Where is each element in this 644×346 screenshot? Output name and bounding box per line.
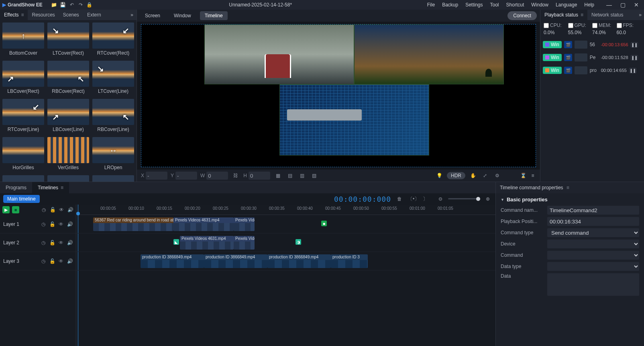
track-3[interactable]: production ID 3866849.mp4 production ID … xyxy=(76,252,495,270)
bracket-out-icon[interactable]: 〕 xyxy=(421,196,430,203)
link-icon[interactable]: ⛓ xyxy=(231,171,240,180)
zoom-in-icon[interactable]: ⊕ xyxy=(483,196,492,202)
fps-checkbox[interactable] xyxy=(617,23,622,28)
layer-row-3[interactable]: Layer 3 ◷🔓👁🔊 xyxy=(0,252,76,270)
eye-icon[interactable]: 👁 xyxy=(58,207,65,213)
tab-scenes[interactable]: Scenes xyxy=(59,10,83,20)
preview-canvas[interactable] xyxy=(141,24,536,167)
clip[interactable]: production ID 3866849.mp4 xyxy=(141,254,204,268)
playback-row[interactable]: Win 🎬 56 -00:00:13:656 ❚❚ xyxy=(543,39,642,50)
effect-item[interactable]: ↖RBCover(Line) xyxy=(92,99,134,132)
layer-row-2[interactable]: Layer 2 ◷🔓👁🔊 xyxy=(0,233,76,252)
tab-window[interactable]: Window xyxy=(169,11,196,20)
menu-backup[interactable]: Backup xyxy=(442,2,458,8)
bracket-in-icon[interactable]: 〔•〕 xyxy=(408,196,417,203)
clock-icon[interactable]: ◷ xyxy=(41,207,47,213)
effect-item[interactable]: HorGrilles xyxy=(2,137,44,170)
clip[interactable]: 56367 Red car riding around bend in road… xyxy=(93,217,173,231)
speaker-icon[interactable]: 🔊 xyxy=(67,240,73,246)
tab-programs[interactable]: Programs xyxy=(0,182,32,193)
pause-button[interactable]: ❚❚ xyxy=(631,42,638,47)
clip[interactable]: production ID 3866849.mp4 xyxy=(267,254,331,268)
effect-item[interactable]: ↖RBCover(Rect) xyxy=(47,61,89,94)
expand-icon[interactable]: ⤢ xyxy=(481,171,489,180)
lock-icon[interactable]: 🔓 xyxy=(49,207,56,213)
layer-row-1[interactable]: Layer 1 ◷🔓👁🔊 xyxy=(0,215,76,233)
pause-button[interactable]: ❚❚ xyxy=(629,68,636,73)
zoom-out-icon[interactable]: ⊖ xyxy=(436,196,445,202)
open-folder-icon[interactable]: 📁 xyxy=(50,0,59,9)
effect-item[interactable]: ↙RTCover(Line) xyxy=(2,99,44,132)
redo-icon[interactable]: ↷ xyxy=(76,0,85,9)
connect-button[interactable]: Connect xyxy=(507,11,537,20)
effect-item[interactable]: ⇣⇡TBClose xyxy=(92,175,134,182)
eye-icon[interactable]: 👁 xyxy=(58,258,64,264)
lock-icon[interactable]: 🔓 xyxy=(49,258,55,264)
options-icon[interactable]: ≡ xyxy=(567,185,569,190)
clip[interactable]: production ID 3866849.mp4 xyxy=(204,254,267,268)
menu-help[interactable]: Help xyxy=(584,2,594,8)
minimize-button[interactable]: — xyxy=(604,2,614,8)
gpu-checkbox[interactable] xyxy=(568,23,573,28)
effect-item[interactable]: ↔LROpen xyxy=(92,137,134,170)
align-2-icon[interactable]: ▤ xyxy=(285,171,294,180)
track-2[interactable]: ◣ Pexels Videos 4631.mp4 Pexels Vide ◑ xyxy=(76,233,495,252)
eye-icon[interactable]: 👁 xyxy=(58,240,64,246)
tab-timelines[interactable]: Timelines≡ xyxy=(32,182,69,193)
pause-button[interactable]: ❚❚ xyxy=(631,55,638,60)
gear-icon[interactable]: ⚙ xyxy=(493,171,501,180)
x-input[interactable] xyxy=(146,172,167,180)
track-1[interactable]: 56367 Red car riding around bend in road… xyxy=(76,215,495,233)
effect-item[interactable]: ↙RTCover(Rect) xyxy=(92,23,134,56)
timeline-tracks[interactable]: 00:00:0500:00:1000:00:1500:00:2000:00:25… xyxy=(76,205,495,346)
h-input[interactable] xyxy=(249,172,270,180)
playback-row[interactable]: Win 🎬 Pe -00:00:11:528 ❚❚ xyxy=(543,52,642,63)
menu-settings[interactable]: Settings xyxy=(465,2,483,8)
effect-item[interactable]: ↑BottomCover xyxy=(2,23,44,56)
tab-effects[interactable]: Effects≡ xyxy=(0,10,28,20)
effect-item[interactable]: VerGrilles xyxy=(47,137,89,170)
bulb-icon[interactable]: 💡 xyxy=(435,171,444,180)
command-name-input[interactable] xyxy=(547,206,639,215)
stop-button[interactable]: ■ xyxy=(12,206,19,213)
save-icon[interactable]: 💾 xyxy=(59,0,67,9)
align-4-icon[interactable]: ▧ xyxy=(310,171,318,180)
menu-tool[interactable]: Tool xyxy=(490,2,499,8)
speaker-icon[interactable]: 🔊 xyxy=(67,258,73,264)
playback-position-input[interactable] xyxy=(547,217,639,226)
close-button[interactable]: ✕ xyxy=(631,2,642,8)
zoom-slider[interactable]: ⊖ ⊕ xyxy=(436,196,492,202)
tab-extern[interactable]: Extern xyxy=(83,10,105,20)
effect-item[interactable]: ↘LTCover(Rect) xyxy=(47,23,89,56)
clock-icon[interactable]: ◷ xyxy=(41,240,46,246)
effect-item[interactable]: ↘LTCover(Line) xyxy=(92,61,134,94)
undo-icon[interactable]: ↶ xyxy=(67,0,76,9)
options-icon[interactable]: ≡ xyxy=(581,12,583,18)
marker-out[interactable]: ◑ xyxy=(296,239,301,245)
effect-item[interactable]: ⇥⇤LRClose xyxy=(47,175,89,182)
options-icon[interactable]: ≡ xyxy=(21,12,24,18)
menu-shortcut[interactable]: Shortcut xyxy=(506,2,524,8)
device-select[interactable] xyxy=(547,240,639,248)
w-input[interactable] xyxy=(206,172,228,180)
y-input[interactable] xyxy=(175,172,197,180)
options-icon[interactable]: ≡ xyxy=(61,185,63,190)
clip[interactable]: Pexels Vide xyxy=(234,217,255,231)
more-tabs-icon[interactable]: » xyxy=(127,12,137,18)
effect-item[interactable]: ↕TBOpen xyxy=(2,175,44,182)
lock-icon[interactable]: 🔒 xyxy=(85,0,94,9)
menu-icon[interactable]: ≡ xyxy=(530,172,536,179)
tab-network-status[interactable]: Network status xyxy=(587,10,627,20)
tab-resources[interactable]: Resources xyxy=(28,10,59,20)
effect-item[interactable]: ↗LBCover(Line) xyxy=(47,99,89,132)
lock-icon[interactable]: 🔓 xyxy=(49,240,55,246)
trash-icon[interactable]: 🗑 xyxy=(395,196,404,202)
menu-language[interactable]: Language xyxy=(556,2,577,8)
clip[interactable]: production ID 3 xyxy=(331,254,368,268)
canvas-slot-1[interactable] xyxy=(204,25,354,84)
more-tabs-icon[interactable]: » xyxy=(636,12,644,18)
play-button[interactable]: ▶ xyxy=(2,206,10,213)
cpu-checkbox[interactable] xyxy=(544,23,549,28)
speaker-icon[interactable]: 🔊 xyxy=(67,207,73,213)
hdr-button[interactable]: HDR xyxy=(447,172,465,179)
